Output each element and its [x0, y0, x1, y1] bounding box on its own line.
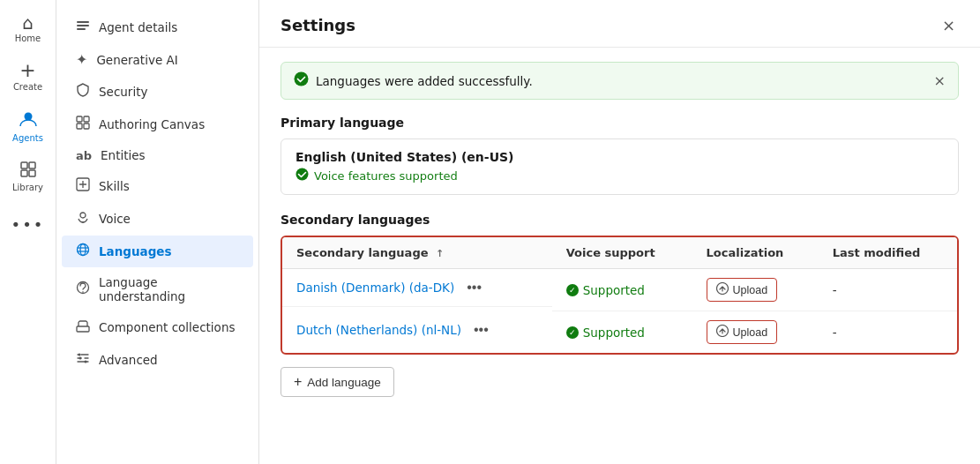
table-row: Danish (Denmark) (da-DK) ••• Supported: [282, 269, 957, 311]
upload-icon-2: [716, 325, 729, 340]
sidebar-item-agent-details[interactable]: Agent details: [62, 11, 253, 43]
sort-arrow-icon: ↑: [436, 248, 444, 259]
danish-last-modified-cell: -: [819, 269, 957, 311]
sidebar: Agent details ✦ Generative AI Security A…: [56, 0, 259, 464]
nav-more[interactable]: •••: [5, 210, 51, 240]
add-language-button[interactable]: + Add language: [281, 367, 394, 397]
language-understanding-icon: [76, 281, 90, 298]
svg-point-0: [24, 113, 32, 121]
secondary-languages-table-wrapper: Secondary language ↑ Voice support Local…: [281, 236, 959, 355]
col-header-language[interactable]: Secondary language ↑: [282, 237, 552, 269]
svg-rect-8: [77, 116, 82, 122]
table-row: Dutch (Netherlands) (nl-NL) ••• Supporte…: [282, 311, 957, 354]
plus-icon: +: [294, 374, 302, 390]
sidebar-item-voice[interactable]: Voice: [62, 203, 253, 235]
create-icon: +: [19, 61, 35, 80]
home-icon: ⌂: [22, 14, 34, 32]
svg-rect-5: [77, 21, 89, 23]
primary-language-name: English (United States) (en-US): [295, 150, 944, 164]
settings-header: Settings ×: [259, 0, 980, 48]
voice-supported-badge: Voice features supported: [295, 168, 944, 183]
nav-rail: ⌂ Home + Create Agents Library •••: [0, 0, 56, 464]
table-header-row: Secondary language ↑ Voice support Local…: [282, 237, 957, 269]
entities-icon: ab: [76, 149, 92, 162]
success-banner: Languages were added successfully. ×: [281, 62, 959, 100]
dutch-options-button[interactable]: •••: [468, 320, 494, 340]
svg-point-16: [80, 244, 86, 256]
secondary-languages-title: Secondary languages: [281, 213, 959, 227]
voice-check-icon: [295, 168, 309, 183]
sidebar-item-languages[interactable]: Languages: [62, 236, 253, 267]
sidebar-item-language-understanding[interactable]: Language understanding: [62, 268, 253, 311]
agent-details-icon: [76, 19, 90, 36]
svg-rect-3: [21, 170, 27, 176]
lang-name-cell: Danish (Denmark) (da-DK) •••: [282, 269, 552, 307]
sidebar-item-authoring-canvas[interactable]: Authoring Canvas: [62, 109, 253, 140]
primary-language-card: English (United States) (en-US) Voice fe…: [281, 138, 959, 195]
dutch-language-link[interactable]: Dutch (Netherlands) (nl-NL): [296, 323, 461, 337]
close-button[interactable]: ×: [939, 12, 959, 38]
nav-home[interactable]: ⌂ Home: [5, 7, 51, 50]
dutch-supported-badge: Supported: [566, 326, 678, 340]
primary-language-section: Primary language English (United States)…: [281, 116, 959, 195]
security-icon: [76, 83, 90, 101]
svg-rect-7: [77, 28, 86, 30]
svg-rect-9: [84, 116, 89, 122]
languages-icon: [76, 243, 90, 260]
svg-rect-2: [29, 162, 35, 168]
upload-icon: [716, 282, 729, 297]
primary-language-title: Primary language: [281, 116, 959, 130]
success-banner-left: Languages were added successfully.: [294, 71, 533, 90]
dutch-voice-support-cell: Supported: [552, 311, 692, 354]
library-icon: [19, 161, 37, 181]
more-icon: •••: [11, 217, 45, 233]
skills-icon: [76, 177, 90, 195]
banner-close-button[interactable]: ×: [934, 72, 946, 89]
svg-point-20: [82, 291, 84, 293]
nav-agents[interactable]: Agents: [5, 102, 51, 150]
success-banner-text: Languages were added successfully.: [316, 74, 533, 88]
voice-supported-text: Voice features supported: [314, 169, 458, 183]
svg-rect-1: [21, 162, 27, 168]
component-collections-icon: [76, 318, 90, 336]
col-header-voice-support: Voice support: [552, 237, 692, 269]
svg-rect-10: [77, 123, 82, 129]
danish-language-link[interactable]: Danish (Denmark) (da-DK): [296, 281, 454, 295]
danish-options-button[interactable]: •••: [461, 278, 487, 297]
secondary-languages-table: Secondary language ↑ Voice support Local…: [282, 237, 957, 353]
svg-point-23: [79, 354, 81, 356]
col-header-localization: Localization: [692, 237, 819, 269]
danish-supported-dot: [566, 284, 579, 296]
authoring-canvas-icon: [76, 116, 90, 133]
secondary-languages-section: Secondary languages Secondary language ↑…: [281, 213, 959, 397]
sidebar-item-security[interactable]: Security: [62, 76, 253, 108]
svg-rect-6: [77, 25, 89, 26]
danish-upload-button[interactable]: Upload: [707, 278, 778, 302]
sidebar-item-generative-ai[interactable]: ✦ Generative AI: [62, 44, 253, 75]
dutch-localization-cell: Upload: [692, 311, 819, 354]
sidebar-item-skills[interactable]: Skills: [62, 170, 253, 202]
svg-point-25: [295, 72, 309, 86]
svg-rect-21: [77, 326, 89, 332]
dutch-upload-button[interactable]: Upload: [707, 320, 778, 344]
nav-create[interactable]: + Create: [5, 54, 51, 99]
sidebar-item-advanced[interactable]: Advanced: [62, 344, 253, 376]
nav-library[interactable]: Library: [5, 153, 51, 199]
main-content: Languages were added successfully. × Pri…: [259, 48, 980, 464]
danish-supported-badge: Supported: [566, 283, 678, 297]
svg-point-15: [78, 244, 89, 256]
lang-name-cell: Dutch (Netherlands) (nl-NL) •••: [282, 311, 552, 348]
svg-point-26: [296, 168, 309, 181]
svg-rect-11: [84, 123, 89, 129]
col-header-last-modified: Last modified: [819, 237, 957, 269]
sidebar-item-component-collections[interactable]: Component collections: [62, 311, 253, 343]
voice-icon: [76, 210, 90, 228]
danish-voice-support-cell: Supported: [552, 269, 692, 311]
advanced-icon: [76, 351, 90, 369]
svg-point-24: [85, 361, 87, 363]
danish-localization-cell: Upload: [692, 269, 819, 311]
dutch-supported-dot: [566, 326, 579, 339]
sidebar-item-entities[interactable]: ab Entities: [62, 141, 253, 169]
svg-point-22: [79, 357, 82, 360]
settings-title: Settings: [281, 16, 355, 34]
